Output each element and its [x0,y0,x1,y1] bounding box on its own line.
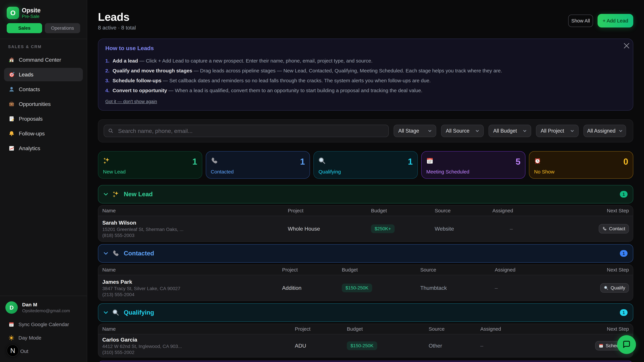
svg-text:17: 17 [10,324,12,326]
svg-text:17: 17 [428,160,431,163]
svg-text:17: 17 [600,345,602,347]
svg-text:JUL: JUL [429,158,431,160]
